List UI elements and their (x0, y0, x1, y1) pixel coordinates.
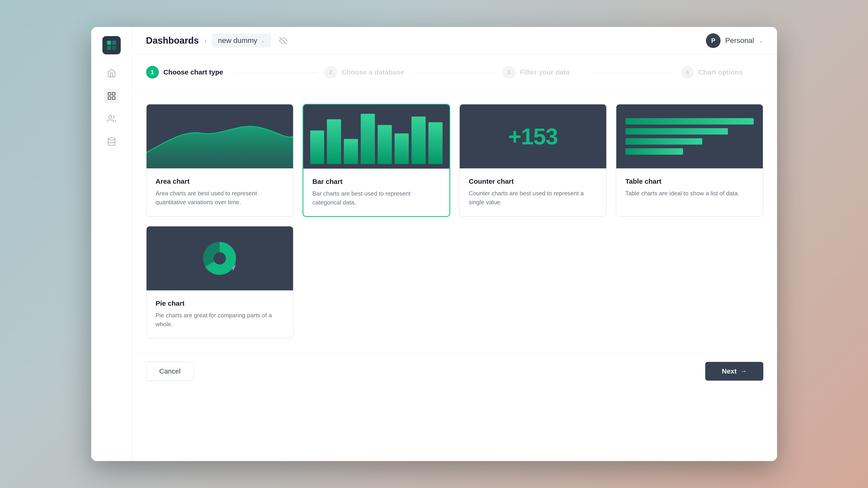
breadcrumb-arrow: › (205, 36, 207, 45)
sidebar-item-database[interactable] (104, 134, 119, 149)
counter-value: +153 (508, 123, 558, 150)
svg-rect-1 (112, 41, 116, 45)
step-2-number: 2 (324, 66, 337, 78)
step-1-label: Choose chart type (163, 68, 223, 76)
main-content: Dashboards › new dummy ⌄ P (132, 27, 777, 461)
pie-chart-visual (199, 238, 240, 279)
bar-item (344, 139, 358, 164)
svg-rect-3 (112, 46, 116, 50)
step-2-label: Choose a database (342, 68, 404, 76)
topbar-left: Dashboards › new dummy ⌄ (146, 34, 290, 47)
pie-chart-title: Pie chart (156, 299, 284, 307)
step-1: 1 Choose chart type (146, 66, 228, 78)
bar-item (310, 130, 324, 164)
wizard-steps: 1 Choose chart type 2 Choose a database … (132, 54, 777, 90)
step-4-label: Chart options (699, 68, 743, 76)
next-arrow-icon: → (740, 367, 747, 375)
app-logo (102, 36, 121, 54)
bar-chart-visual (303, 105, 450, 169)
chart-card-pie[interactable]: Pie chart Pie charts are great for compa… (146, 226, 293, 338)
bar-item (411, 117, 426, 164)
bar-item (327, 119, 341, 164)
step-3-number: 3 (503, 66, 516, 78)
table-row-preview (625, 118, 754, 125)
area-chart-desc: Area charts are best used to represent q… (156, 189, 284, 207)
svg-rect-6 (108, 97, 111, 99)
table-chart-info: Table chart Table charts are ideal to sh… (616, 168, 763, 207)
sidebar-navigation (104, 66, 119, 149)
table-row-preview (625, 138, 703, 144)
pie-chart-desc: Pie charts are great for comparing parts… (156, 311, 284, 329)
table-chart-visual (616, 109, 763, 164)
svg-rect-4 (108, 93, 111, 95)
counter-chart-title: Counter chart (469, 177, 597, 185)
table-row-preview (625, 128, 728, 135)
counter-chart-desc: Counter charts are best used to represen… (469, 189, 597, 207)
chart-cards-section: Area chart Area charts are best used to … (132, 90, 777, 352)
table-chart-title: Table chart (625, 177, 754, 185)
chart-cards-row-2: Pie chart Pie charts are great for compa… (146, 226, 763, 352)
bar-item (395, 133, 409, 164)
workspace-chevron-icon: ⌄ (759, 37, 763, 44)
step-1-number: 1 (146, 66, 159, 78)
area-chart-preview (147, 104, 293, 168)
avatar: P (706, 33, 720, 48)
sidebar (91, 27, 132, 461)
chart-card-counter[interactable]: +153 Counter chart Counter charts are be… (459, 104, 607, 217)
chart-card-table[interactable]: Table chart Table charts are ideal to sh… (616, 104, 763, 217)
step-4-number: 4 (681, 66, 694, 78)
area-chart-title: Area chart (156, 177, 284, 185)
table-chart-desc: Table charts are ideal to show a list of… (625, 189, 754, 198)
chart-cards-row-1: Area chart Area charts are best used to … (146, 90, 763, 217)
table-chart-preview (616, 104, 763, 168)
table-row-preview (625, 148, 683, 155)
svg-point-9 (108, 138, 115, 140)
svg-rect-7 (112, 97, 115, 99)
visibility-toggle-button[interactable] (276, 34, 290, 47)
sidebar-item-charts[interactable] (104, 89, 119, 103)
sidebar-item-home[interactable] (104, 66, 119, 80)
current-dashboard-name: new dummy (218, 36, 257, 45)
page-title: Dashboards (146, 35, 199, 46)
bottom-bar: Cancel Next → (132, 352, 777, 390)
step-3-label: Filter your data (520, 68, 570, 76)
step-3: 3 Filter your data (503, 66, 585, 78)
area-chart-info: Area chart Area charts are best used to … (147, 168, 293, 216)
bar-chart-preview (303, 105, 450, 169)
step-divider-2 (413, 72, 496, 72)
bar-item (428, 122, 442, 164)
bar-chart-desc: Bar charts are best used to represent ca… (312, 189, 440, 207)
step-4: 4 Chart options (681, 66, 763, 78)
bar-chart-title: Bar chart (312, 178, 440, 186)
chart-card-bar[interactable]: Bar chart Bar charts are best used to re… (303, 104, 450, 217)
next-button[interactable]: Next → (705, 362, 763, 381)
pie-chart-preview (147, 226, 293, 290)
step-divider-3 (592, 72, 674, 72)
svg-rect-2 (107, 46, 111, 50)
counter-chart-preview: +153 (460, 104, 606, 168)
workspace-name: Personal (725, 36, 754, 45)
dashboard-selector[interactable]: new dummy ⌄ (212, 34, 271, 47)
bar-item (361, 114, 375, 164)
svg-point-12 (214, 252, 226, 265)
cancel-button[interactable]: Cancel (146, 361, 194, 381)
svg-point-8 (109, 116, 112, 118)
counter-chart-info: Counter chart Counter charts are best us… (460, 168, 606, 216)
step-divider-1 (235, 72, 317, 72)
topbar-right: P Personal ⌄ (706, 33, 763, 48)
sidebar-item-users[interactable] (104, 111, 119, 126)
pie-chart-info: Pie chart Pie charts are great for compa… (147, 290, 293, 338)
bar-chart-info: Bar chart Bar charts are best used to re… (303, 169, 450, 216)
svg-rect-0 (107, 41, 111, 45)
topbar: Dashboards › new dummy ⌄ P (132, 27, 777, 54)
chart-card-area[interactable]: Area chart Area charts are best used to … (146, 104, 293, 217)
chevron-down-icon: ⌄ (260, 37, 265, 44)
bar-item (378, 125, 392, 164)
step-2: 2 Choose a database (324, 66, 407, 78)
svg-rect-5 (112, 93, 115, 95)
page-wrapper: 1 Choose chart type 2 Choose a database … (132, 54, 777, 461)
